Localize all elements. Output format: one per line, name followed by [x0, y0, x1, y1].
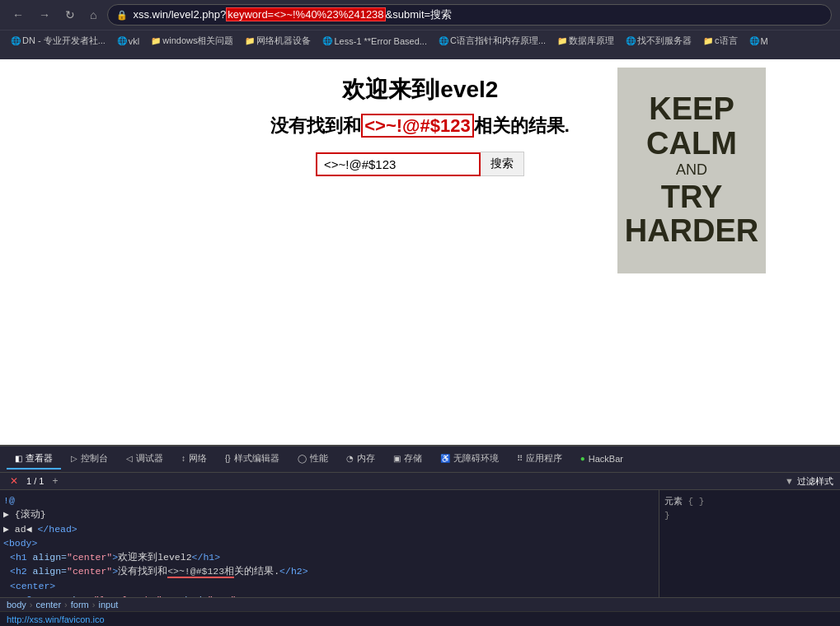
url-suffix: &submit=搜索	[386, 8, 453, 21]
tab-storage-label: 存储	[404, 452, 422, 465]
tab-hackbar[interactable]: ● HackBar	[572, 451, 631, 469]
tab-inspector[interactable]: ◧ 查看器	[7, 449, 61, 470]
tab-console-label: 控制台	[81, 452, 108, 465]
breadcrumb-sep-3: ›	[92, 600, 96, 610]
network-icon: ↕	[181, 454, 185, 463]
tab-inspector-label: 查看器	[26, 452, 53, 465]
breadcrumb-sep-1: ›	[30, 600, 33, 610]
bookmark-network[interactable]: 📁网络机器设备	[241, 34, 315, 48]
console-icon: ▷	[71, 454, 77, 463]
hackbar-icon: ●	[580, 454, 585, 463]
style-icon: {}	[225, 454, 231, 463]
bookmark-m[interactable]: 🌐M	[745, 35, 772, 47]
status-bar: http://xss.win/favicon.ico	[0, 611, 840, 626]
search-input[interactable]	[316, 152, 481, 176]
debugger-icon: ◁	[126, 454, 133, 463]
devtools-toolbar: ✕ 1 / 1 + ▼ 过滤样式	[0, 473, 840, 490]
back-button[interactable]: ←	[8, 6, 28, 24]
match-count: 1 / 1	[26, 476, 44, 486]
storage-icon: ▣	[393, 454, 401, 463]
memory-icon: ◔	[346, 454, 354, 463]
application-icon: ⠿	[517, 454, 523, 463]
tab-network-label: 网络	[189, 452, 207, 465]
tab-memory[interactable]: ◔ 内存	[338, 449, 383, 470]
styles-panel: 元素 { } }	[659, 490, 840, 597]
tab-application-label: 应用程序	[526, 452, 562, 465]
dom-tree: !@ ▶ {滚动} ▶ ad◀ </head> <body> <h1 align…	[0, 490, 659, 597]
address-bar[interactable]: 🔒 xss.win/level2.php?keyword=<>~!%40%23%…	[107, 4, 832, 26]
status-url: http://xss.win/favicon.ico	[7, 614, 105, 624]
browser-chrome: ← → ↻ ⌂ 🔒 xss.win/level2.php?keyword=<>~…	[0, 0, 840, 59]
browser-top-bar: ← → ↻ ⌂ 🔒 xss.win/level2.php?keyword=<>~…	[0, 0, 840, 30]
kc-try: TRY	[661, 180, 723, 215]
bookmark-vkl[interactable]: 🌐vkl	[113, 35, 143, 47]
inspector-icon: ◧	[15, 454, 22, 463]
bookmark-db[interactable]: 📁数据库原理	[553, 34, 618, 48]
breadcrumb-body[interactable]: body	[7, 600, 26, 610]
tab-debugger-label: 调试器	[136, 452, 163, 465]
reload-button[interactable]: ↻	[61, 6, 79, 24]
url-highlight: keyword=<>~!%40%23%241238	[226, 7, 385, 21]
bookmark-dn[interactable]: 🌐DN - 专业开发者社...	[7, 34, 110, 48]
tab-style-editor[interactable]: {} 样式编辑器	[217, 449, 288, 470]
search-button[interactable]: 搜索	[481, 152, 524, 176]
devtools-tabs: ◧ 查看器 ▷ 控制台 ◁ 调试器 ↕ 网络 {} 样式编辑器 ◯ 性能 ◔ 内…	[0, 446, 840, 473]
bookmark-less1[interactable]: 🌐Less-1 **Error Based...	[318, 35, 431, 47]
dom-line-h2[interactable]: <h2 align="center">没有找到和<>~!@#$123相关的结果.…	[0, 564, 659, 578]
bookmark-c[interactable]: 📁c语言	[699, 34, 742, 48]
tab-accessibility[interactable]: ♿ 无障碍环境	[432, 449, 507, 470]
subtitle-highlight: <>~!@#$123	[361, 114, 474, 138]
dom-line-0[interactable]: !@	[0, 493, 659, 507]
subtitle-prefix: 没有找到和	[270, 115, 361, 136]
tab-console[interactable]: ▷ 控制台	[63, 449, 116, 470]
dom-line-scroll[interactable]: ▶ {滚动}	[0, 507, 659, 521]
bookmark-notfound[interactable]: 🌐找不到服务器	[622, 34, 696, 48]
tab-performance[interactable]: ◯ 性能	[289, 449, 336, 470]
kc-calm: CALM	[646, 127, 737, 161]
breadcrumb-center[interactable]: center	[36, 600, 62, 610]
bookmark-windows[interactable]: 📁windows相关问题	[147, 34, 237, 48]
url-prefix: xss.win/level2.php?	[133, 8, 226, 21]
address-bar-url: xss.win/level2.php?keyword=<>~!%40%23%24…	[133, 7, 823, 22]
dom-line-h1[interactable]: <h1 align="center">欢迎来到level2</h1>	[0, 550, 659, 564]
bookmarks-bar: 🌐DN - 专业开发者社... 🌐vkl 📁windows相关问题 📁网络机器设…	[0, 30, 840, 51]
kc-harder: HARDER	[625, 214, 759, 249]
tab-accessibility-label: 无障碍环境	[453, 452, 499, 465]
page-content: 欢迎来到level2 没有找到和<>~!@#$123相关的结果. 搜索 KEEP…	[0, 59, 840, 445]
breadcrumb-input[interactable]: input	[98, 600, 118, 610]
tab-application[interactable]: ⠿ 应用程序	[509, 449, 570, 470]
keep-calm-poster: KEEP CALM AND TRY HARDER	[617, 68, 766, 273]
tab-memory-label: 内存	[357, 452, 375, 465]
tab-hackbar-label: HackBar	[589, 454, 623, 464]
bookmark-c-lang[interactable]: 🌐C语言指针和内存原理...	[434, 34, 550, 48]
styles-panel-title: 元素 { }	[664, 495, 835, 507]
tab-network[interactable]: ↕ 网络	[173, 449, 215, 470]
dom-line-body[interactable]: <body>	[0, 536, 659, 550]
home-button[interactable]: ⌂	[86, 6, 101, 24]
filter-icon: ▼	[785, 476, 794, 486]
add-btn[interactable]: +	[49, 474, 61, 488]
tab-performance-label: 性能	[310, 452, 328, 465]
breadcrumb-bar: body › center › form › input	[0, 597, 840, 611]
forward-button[interactable]: →	[35, 6, 54, 24]
lock-icon: 🔒	[116, 10, 128, 21]
close-btn[interactable]: ✕	[7, 474, 21, 488]
subtitle-suffix: 相关的结果.	[474, 115, 570, 136]
kc-keep: KEEP	[649, 92, 734, 127]
dom-line-head[interactable]: ▶ ad◀ </head>	[0, 522, 659, 536]
dom-line-center[interactable]: <center>	[0, 579, 659, 593]
devtools-panel: ◧ 查看器 ▷ 控制台 ◁ 调试器 ↕ 网络 {} 样式编辑器 ◯ 性能 ◔ 内…	[0, 445, 840, 626]
breadcrumb-form[interactable]: form	[71, 600, 89, 610]
tab-storage[interactable]: ▣ 存储	[385, 449, 430, 470]
tab-debugger[interactable]: ◁ 调试器	[118, 449, 171, 470]
performance-icon: ◯	[298, 454, 307, 463]
devtools-content: !@ ▶ {滚动} ▶ ad◀ </head> <body> <h1 align…	[0, 490, 840, 597]
filter-label: 过滤样式	[797, 475, 833, 488]
tab-style-editor-label: 样式编辑器	[234, 452, 279, 465]
styles-panel-content: }	[664, 511, 835, 521]
filter-area: ▼ 过滤样式	[785, 475, 833, 488]
breadcrumb-sep-2: ›	[64, 600, 68, 610]
accessibility-icon: ♿	[440, 454, 450, 463]
kc-and: AND	[676, 161, 707, 180]
